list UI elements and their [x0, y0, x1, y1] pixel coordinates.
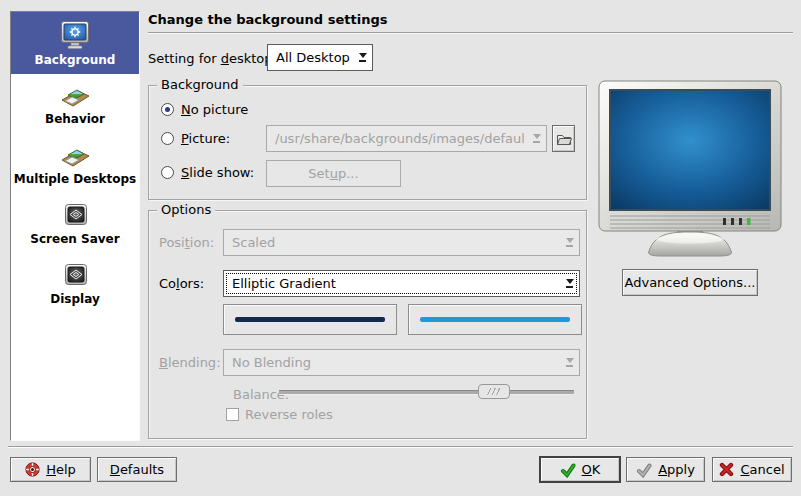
sidebar-item-label: Display — [50, 292, 99, 306]
background-settings-dialog: Background Behavior Multiple Desktops — [0, 0, 801, 496]
setup-button-label: Setup... — [308, 166, 358, 181]
defaults-button-label: Defaults — [110, 462, 164, 477]
picture-path-combo[interactable]: /usr/share/backgrounds/images/default.pn… — [266, 125, 547, 152]
position-combo[interactable]: Scaled — [223, 229, 580, 256]
picture-path-value: /usr/share/backgrounds/images/default.pn… — [275, 131, 524, 146]
balance-slider-handle[interactable] — [478, 384, 510, 399]
ok-button[interactable]: OK — [539, 456, 621, 483]
display-icon — [59, 263, 91, 289]
position-value: Scaled — [232, 235, 557, 250]
sidebar-item-background[interactable]: Background — [11, 12, 139, 74]
module-list: Background Behavior Multiple Desktops — [10, 11, 140, 441]
title-divider — [148, 32, 793, 34]
slide-show-label: Slide show: — [181, 165, 254, 180]
blending-value: No Blending — [232, 355, 557, 370]
help-button-label: Help — [46, 462, 76, 477]
monitor-preview — [597, 79, 785, 259]
reverse-roles-label: Reverse roles — [245, 407, 333, 422]
no-picture-label: No picture — [181, 102, 248, 117]
picture-label: Picture: — [181, 131, 230, 146]
dropdown-arrow-icon — [565, 358, 574, 368]
apply-button[interactable]: Apply — [626, 457, 705, 482]
desktop-files-icon — [59, 83, 91, 109]
desktop-select-value: All Desktops — [276, 50, 350, 65]
no-picture-radio[interactable] — [161, 103, 174, 116]
help-button[interactable]: Help — [10, 457, 91, 482]
background-group: Background No picture Picture: /usr/shar… — [148, 85, 587, 200]
dropdown-arrow-icon — [565, 279, 574, 289]
gradient-color1-button[interactable] — [223, 304, 397, 335]
apply-button-label: Apply — [658, 462, 695, 477]
advanced-options-button[interactable]: Advanced Options... — [622, 269, 758, 296]
kde-monitor-icon — [58, 20, 92, 50]
dropdown-arrow-icon — [358, 53, 367, 63]
folder-open-icon — [556, 132, 572, 146]
advanced-options-label: Advanced Options... — [625, 275, 756, 290]
dropdown-arrow-icon — [532, 134, 541, 144]
cancel-x-icon — [719, 462, 734, 477]
footer-divider — [8, 446, 793, 448]
apply-check-icon — [636, 462, 652, 478]
slide-show-radio[interactable] — [161, 166, 174, 179]
blending-combo[interactable]: No Blending — [223, 349, 580, 376]
gradient-color2-button[interactable] — [408, 304, 582, 335]
position-label: Position: — [159, 235, 214, 250]
colors-combo[interactable]: Elliptic Gradient — [223, 270, 580, 297]
gradient-color1-swatch — [235, 317, 385, 322]
desktop-select[interactable]: All Desktops — [267, 44, 373, 71]
setting-for-desktop-label: Setting for desktop: — [148, 51, 277, 66]
ok-button-label: OK — [582, 462, 601, 477]
page-title: Change the background settings — [148, 12, 387, 27]
background-group-legend: Background — [157, 77, 243, 92]
colors-value: Elliptic Gradient — [232, 276, 557, 291]
sidebar-item-display[interactable]: Display — [11, 254, 139, 314]
balance-slider-track — [279, 390, 574, 395]
browse-picture-button[interactable] — [552, 125, 575, 152]
cancel-button[interactable]: Cancel — [712, 457, 792, 482]
sidebar-item-behavior[interactable]: Behavior — [11, 74, 139, 134]
sidebar-item-label: Screen Saver — [30, 232, 119, 246]
blending-label: Blending: — [159, 355, 221, 370]
defaults-button[interactable]: Defaults — [97, 457, 177, 482]
options-group: Options Position: Scaled Colors: Ellipti… — [148, 210, 587, 439]
gradient-color2-swatch — [420, 317, 570, 322]
sidebar-item-label: Background — [35, 53, 116, 67]
cancel-button-label: Cancel — [740, 462, 784, 477]
help-lifebuoy-icon — [25, 462, 40, 477]
picture-radio[interactable] — [161, 132, 174, 145]
sidebar-item-label: Multiple Desktops — [14, 172, 136, 186]
options-group-legend: Options — [157, 202, 215, 217]
sidebar-item-screen-saver[interactable]: Screen Saver — [11, 194, 139, 254]
balance-slider[interactable] — [279, 384, 574, 400]
desktop-files-icon — [59, 143, 91, 169]
screensaver-icon — [59, 203, 91, 229]
dropdown-arrow-icon — [565, 238, 574, 248]
sidebar-item-label: Behavior — [45, 112, 105, 126]
sidebar-item-multiple-desktops[interactable]: Multiple Desktops — [11, 134, 139, 194]
reverse-roles-checkbox[interactable] — [226, 408, 239, 421]
colors-label: Colors: — [159, 276, 204, 291]
setup-button[interactable]: Setup... — [266, 160, 401, 187]
ok-check-icon — [560, 462, 576, 478]
